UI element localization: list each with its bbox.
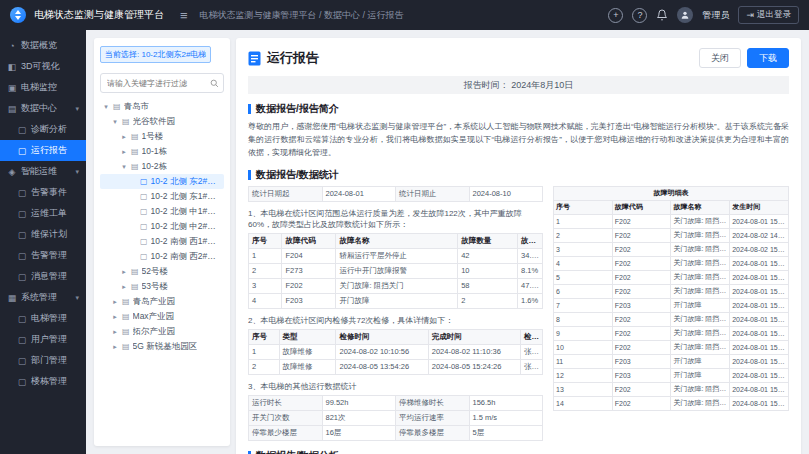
table-cell: 2024-08-05 15:24:26 (428, 359, 520, 374)
app-logo-icon (10, 7, 26, 23)
tree-node[interactable]: ▢10-2 北侧 中1#电梯 (100, 204, 224, 219)
tree-node[interactable]: ▸▤1号楼 (100, 129, 224, 144)
sidebar-item-maintenance-plan[interactable]: ▢维保计划 (0, 224, 86, 245)
tree-node-label: 10-2 北侧 中2#电梯 (151, 221, 224, 233)
note-3: 3、本电梯的其他运行数据统计 (248, 381, 543, 392)
sidebar-item-label: 诊断分析 (31, 123, 67, 136)
table-cell: 关门故障: 阻挡关门 (671, 228, 730, 242)
table-cell: 2024-08-01 15:04:01 (730, 382, 789, 396)
column-header: 发生时间 (730, 200, 789, 214)
sidebar-item-alarm-events[interactable]: ▢告警事件 (0, 182, 86, 203)
search-icon[interactable] (210, 79, 219, 88)
sidebar-item-system-mgmt[interactable]: ▦系统管理▾ (0, 287, 86, 308)
tree-node[interactable]: ▾▤光谷软件园 (100, 114, 224, 129)
date-range-table: 统计日期起2024-08-01统计日期止2024-08-10 (248, 186, 543, 202)
table-cell: 2024-08-01 15:04:01 (730, 326, 789, 340)
sidebar-item-3d-visual[interactable]: ◧3D可视化 (0, 56, 86, 77)
sidebar-item-user-mgmt[interactable]: ▢用户管理 (0, 329, 86, 350)
tree-node[interactable]: ▢10-2 北侧 东2#电梯 (100, 174, 224, 189)
tree-node[interactable]: ▾▤青岛市 (100, 99, 224, 114)
doc-icon: ▢ (17, 335, 27, 345)
tree-node[interactable]: ▸▤拓尔产业园 (100, 324, 224, 339)
tree-node[interactable]: ▢10-2 北侧 中2#电梯 (100, 219, 224, 234)
table-cell: 关门故障: 阻挡关门 (671, 340, 730, 354)
table-cell: 运行中开门故障报警 (336, 263, 458, 278)
tree-node-label: 53号楼 (142, 281, 168, 293)
table-cell: F202 (612, 382, 671, 396)
tree-node-label: 拓尔产业园 (133, 326, 176, 338)
sidebar-item-elevator-mgmt[interactable]: ▢电梯管理 (0, 308, 86, 329)
tree-node-label: 10-2 北侧 中1#电梯 (151, 206, 224, 218)
tree-node-label: 10-1栋 (142, 146, 168, 158)
note-2: 2、本电梯在统计区间内检修共72次检修，具体详情如下： (248, 315, 543, 326)
table-row: 停靠最少楼层16层停靠最多楼层5层 (249, 425, 543, 440)
table-cell: 关门故障: 阻挡关门 (671, 396, 730, 410)
sidebar-item-overview[interactable]: ◔数据概览 (0, 35, 86, 56)
sidebar-item-monitor[interactable]: ▣电梯监控 (0, 77, 86, 98)
tree-node-label: 1号楼 (142, 131, 164, 143)
logout-button[interactable]: ⇥ 退出登录 (738, 6, 799, 24)
bell-icon[interactable] (656, 9, 668, 21)
building-icon: ▤ (122, 297, 130, 306)
table-cell: 1.6% (518, 293, 543, 308)
close-button[interactable]: 关闭 (699, 48, 741, 68)
table-cell: 2 (249, 359, 280, 374)
fault-detail-table: 故障明细表序号故障代码故障名称发生时间1F202关门故障: 阻挡关门2024-0… (553, 186, 789, 411)
table-cell: 2 (249, 263, 282, 278)
tree-node-label: 10-2 南侧 西2#电梯 (151, 251, 224, 263)
table-cell: 统计日期止 (396, 186, 470, 201)
table-cell: 张国平 (520, 344, 542, 359)
sidebar-item-dept-mgmt[interactable]: ▢部门管理 (0, 350, 86, 371)
sidebar-item-smart-ops[interactable]: ◈智能运维▾ (0, 161, 86, 182)
tree-node[interactable]: ▢10-2 南侧 西2#电梯 (100, 249, 224, 264)
column-header: 故障代码 (612, 200, 671, 214)
column-header: 故障代码 (282, 233, 336, 248)
sidebar-item-label: 电梯监控 (21, 81, 57, 94)
tree-node[interactable]: ▸▤52号楼 (100, 264, 224, 279)
tree-node[interactable]: ▸▤5G 新锐基地园区 (100, 339, 224, 354)
table-cell: F202 (612, 242, 671, 256)
sidebar-item-label: 告警事件 (31, 186, 67, 199)
sidebar-item-work-orders[interactable]: ▢运维工单 (0, 203, 86, 224)
sidebar-item-diagnosis[interactable]: ▢诊断分析 (0, 119, 86, 140)
section-accent-bar (248, 451, 251, 454)
database-icon: ▤ (7, 104, 17, 114)
building-icon: ▤ (122, 312, 130, 321)
tree-node[interactable]: ▸▤Max产业园 (100, 309, 224, 324)
sidebar-item-message-mgmt[interactable]: ▢消息管理 (0, 266, 86, 287)
table-cell: 开门故障 (336, 293, 458, 308)
sidebar-item-data-center[interactable]: ▤数据中心▾ (0, 98, 86, 119)
table-cell: 关门故障: 阻挡关门 (671, 256, 730, 270)
tree-node[interactable]: ▢10-2 北侧 东1#电梯 (100, 189, 224, 204)
tree-search-input[interactable] (105, 78, 207, 89)
tree-node[interactable]: ▢10-2 南侧 西1#电梯 (100, 234, 224, 249)
table-row: 10F202关门故障: 阻挡关门2024-08-01 15:04:01 (554, 340, 789, 354)
table-cell: 关门故障: 阻挡关门 (671, 382, 730, 396)
avatar[interactable] (677, 7, 693, 23)
table-row: 3F202关门故障: 阻挡关门2024-08-02 15:02:37 (554, 242, 789, 256)
tree-node[interactable]: ▸▤53号楼 (100, 279, 224, 294)
plus-circle-icon[interactable]: + (608, 8, 623, 23)
download-button[interactable]: 下载 (747, 48, 789, 68)
menu-collapse-icon[interactable]: ≡ (180, 9, 188, 22)
sidebar-item-building-mgmt[interactable]: ▢楼栋管理 (0, 371, 86, 392)
table-row: 2F202关门故障: 阻挡关门2024-08-02 14:05:02 (554, 228, 789, 242)
table-row: 5F202关门故障: 阻挡关门2024-08-01 15:04:01 (554, 270, 789, 284)
table-cell: 16层 (322, 425, 396, 440)
report-title: 运行报告 (267, 49, 319, 67)
tree-node[interactable]: ▸▤10-1栋 (100, 144, 224, 159)
help-circle-icon[interactable]: ? (632, 8, 647, 23)
sidebar-item-alarm-mgmt[interactable]: ▢告警管理 (0, 245, 86, 266)
column-header: 故障名称 (336, 233, 458, 248)
table-cell: 2024-08-02 14:05:02 (730, 228, 789, 242)
table-cell: F204 (282, 248, 336, 263)
sidebar-item-run-report[interactable]: ▢运行报告 (0, 140, 86, 161)
section-accent-bar (248, 104, 251, 114)
chevron-down-icon: ▾ (75, 168, 79, 176)
table-row: 12F203开门故障2024-08-01 15:04:01 (554, 368, 789, 382)
table-cell: 8 (554, 312, 613, 326)
column-header: 检修人员 (520, 329, 542, 344)
tree-node[interactable]: ▾▤10-2栋 (100, 159, 224, 174)
table-row: 3F202关门故障: 阻挡关门5847.5% (249, 278, 543, 293)
tree-node[interactable]: ▸▤青岛产业园 (100, 294, 224, 309)
